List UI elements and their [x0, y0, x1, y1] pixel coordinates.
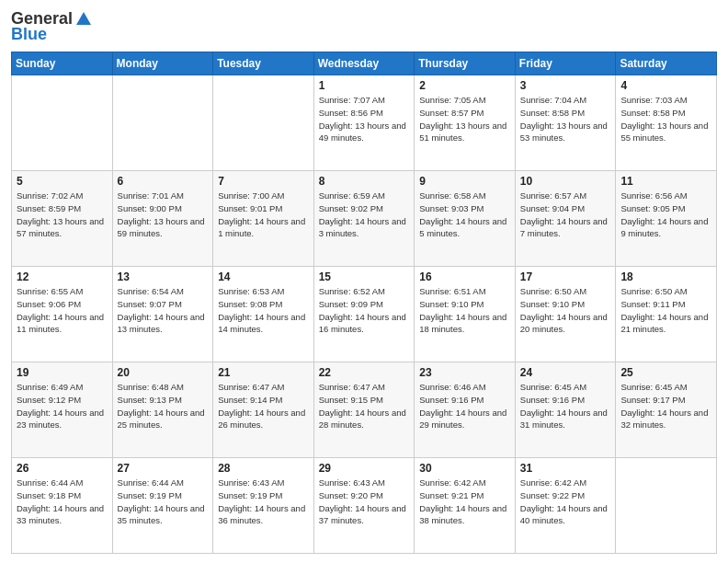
weekday-header-row: SundayMondayTuesdayWednesdayThursdayFrid… — [12, 52, 717, 75]
calendar-cell: 25Sunrise: 6:45 AMSunset: 9:17 PMDayligh… — [616, 362, 717, 458]
day-info: Sunrise: 7:00 AMSunset: 9:01 PMDaylight:… — [218, 190, 309, 240]
calendar-cell — [112, 75, 213, 171]
day-info: Sunrise: 7:05 AMSunset: 8:57 PMDaylight:… — [419, 94, 510, 144]
calendar-cell — [12, 75, 113, 171]
day-number: 22 — [319, 366, 410, 379]
calendar-cell — [616, 458, 717, 554]
day-number: 24 — [520, 366, 611, 379]
day-info: Sunrise: 6:47 AMSunset: 9:15 PMDaylight:… — [319, 381, 410, 431]
day-number: 17 — [520, 270, 611, 283]
weekday-header-monday: Monday — [112, 52, 213, 75]
day-number: 20 — [118, 366, 209, 379]
calendar-cell: 24Sunrise: 6:45 AMSunset: 9:16 PMDayligh… — [515, 362, 616, 458]
calendar-cell: 3Sunrise: 7:04 AMSunset: 8:58 PMDaylight… — [515, 75, 616, 171]
day-number: 2 — [419, 79, 510, 92]
calendar-cell: 23Sunrise: 6:46 AMSunset: 9:16 PMDayligh… — [415, 362, 516, 458]
calendar-cell: 27Sunrise: 6:44 AMSunset: 9:19 PMDayligh… — [112, 458, 213, 554]
calendar-cell: 5Sunrise: 7:02 AMSunset: 8:59 PMDaylight… — [12, 171, 113, 267]
day-info: Sunrise: 6:59 AMSunset: 9:02 PMDaylight:… — [319, 190, 410, 240]
day-info: Sunrise: 6:42 AMSunset: 9:22 PMDaylight:… — [520, 477, 611, 527]
day-number: 5 — [17, 175, 108, 188]
day-info: Sunrise: 7:01 AMSunset: 9:00 PMDaylight:… — [118, 190, 209, 240]
day-number: 15 — [319, 270, 410, 283]
day-info: Sunrise: 6:47 AMSunset: 9:14 PMDaylight:… — [218, 381, 309, 431]
calendar-cell: 14Sunrise: 6:53 AMSunset: 9:08 PMDayligh… — [213, 267, 314, 362]
day-number: 6 — [118, 175, 209, 188]
calendar-cell: 11Sunrise: 6:56 AMSunset: 9:05 PMDayligh… — [616, 171, 717, 267]
day-number: 1 — [319, 79, 410, 92]
day-number: 25 — [620, 366, 711, 379]
day-number: 18 — [620, 270, 711, 283]
day-number: 27 — [118, 462, 209, 475]
day-number: 26 — [17, 462, 108, 475]
calendar-cell: 2Sunrise: 7:05 AMSunset: 8:57 PMDaylight… — [415, 75, 516, 171]
day-info: Sunrise: 7:02 AMSunset: 8:59 PMDaylight:… — [17, 190, 108, 240]
day-info: Sunrise: 6:58 AMSunset: 9:03 PMDaylight:… — [419, 190, 510, 240]
day-info: Sunrise: 7:07 AMSunset: 8:56 PMDaylight:… — [319, 94, 410, 144]
day-info: Sunrise: 6:42 AMSunset: 9:21 PMDaylight:… — [419, 477, 510, 527]
day-number: 9 — [419, 175, 510, 188]
calendar-cell — [213, 75, 314, 171]
day-info: Sunrise: 6:45 AMSunset: 9:16 PMDaylight:… — [520, 381, 611, 431]
weekday-header-tuesday: Tuesday — [213, 52, 314, 75]
calendar-cell: 8Sunrise: 6:59 AMSunset: 9:02 PMDaylight… — [313, 171, 415, 267]
calendar-cell: 26Sunrise: 6:44 AMSunset: 9:18 PMDayligh… — [12, 458, 113, 554]
day-number: 14 — [218, 270, 309, 283]
day-info: Sunrise: 6:43 AMSunset: 9:19 PMDaylight:… — [218, 477, 309, 527]
day-number: 30 — [419, 462, 510, 475]
calendar-cell: 15Sunrise: 6:52 AMSunset: 9:09 PMDayligh… — [313, 267, 415, 362]
calendar-week-5: 26Sunrise: 6:44 AMSunset: 9:18 PMDayligh… — [12, 458, 717, 554]
calendar-cell: 4Sunrise: 7:03 AMSunset: 8:58 PMDaylight… — [616, 75, 717, 171]
calendar-cell: 16Sunrise: 6:51 AMSunset: 9:10 PMDayligh… — [415, 267, 516, 362]
day-info: Sunrise: 6:56 AMSunset: 9:05 PMDaylight:… — [620, 190, 711, 240]
calendar-cell: 9Sunrise: 6:58 AMSunset: 9:03 PMDaylight… — [415, 171, 516, 267]
day-info: Sunrise: 6:43 AMSunset: 9:20 PMDaylight:… — [319, 477, 410, 527]
day-info: Sunrise: 6:54 AMSunset: 9:07 PMDaylight:… — [118, 285, 209, 336]
day-number: 7 — [218, 175, 309, 188]
calendar-cell: 28Sunrise: 6:43 AMSunset: 9:19 PMDayligh… — [213, 458, 314, 554]
calendar-cell: 19Sunrise: 6:49 AMSunset: 9:12 PMDayligh… — [12, 362, 113, 458]
day-number: 8 — [319, 175, 410, 188]
day-number: 29 — [319, 462, 410, 475]
day-number: 21 — [218, 366, 309, 379]
day-number: 13 — [118, 270, 209, 283]
day-number: 31 — [520, 462, 611, 475]
day-number: 19 — [17, 366, 108, 379]
page: General Blue SundayMondayTuesdayWednesda… — [0, 0, 728, 563]
logo-blue: Blue — [11, 25, 47, 44]
header: General Blue — [11, 9, 717, 44]
calendar-cell: 18Sunrise: 6:50 AMSunset: 9:11 PMDayligh… — [616, 267, 717, 362]
calendar-week-3: 12Sunrise: 6:55 AMSunset: 9:06 PMDayligh… — [12, 267, 717, 362]
day-info: Sunrise: 7:04 AMSunset: 8:58 PMDaylight:… — [520, 94, 611, 144]
calendar-cell: 10Sunrise: 6:57 AMSunset: 9:04 PMDayligh… — [515, 171, 616, 267]
day-number: 28 — [218, 462, 309, 475]
calendar-cell: 20Sunrise: 6:48 AMSunset: 9:13 PMDayligh… — [112, 362, 213, 458]
calendar-cell: 12Sunrise: 6:55 AMSunset: 9:06 PMDayligh… — [12, 267, 113, 362]
calendar-cell: 1Sunrise: 7:07 AMSunset: 8:56 PMDaylight… — [313, 75, 415, 171]
calendar-cell: 7Sunrise: 7:00 AMSunset: 9:01 PMDaylight… — [213, 171, 314, 267]
calendar-table: SundayMondayTuesdayWednesdayThursdayFrid… — [11, 52, 717, 554]
weekday-header-wednesday: Wednesday — [313, 52, 415, 75]
logo: General Blue — [11, 9, 95, 44]
calendar-cell: 31Sunrise: 6:42 AMSunset: 9:22 PMDayligh… — [515, 458, 616, 554]
calendar-cell: 21Sunrise: 6:47 AMSunset: 9:14 PMDayligh… — [213, 362, 314, 458]
day-info: Sunrise: 6:51 AMSunset: 9:10 PMDaylight:… — [419, 285, 510, 336]
day-info: Sunrise: 6:57 AMSunset: 9:04 PMDaylight:… — [520, 190, 611, 240]
day-number: 11 — [620, 175, 711, 188]
weekday-header-sunday: Sunday — [12, 52, 113, 75]
day-info: Sunrise: 6:55 AMSunset: 9:06 PMDaylight:… — [17, 285, 108, 336]
day-number: 12 — [17, 270, 108, 283]
calendar-cell: 30Sunrise: 6:42 AMSunset: 9:21 PMDayligh… — [415, 458, 516, 554]
day-number: 23 — [419, 366, 510, 379]
day-info: Sunrise: 6:53 AMSunset: 9:08 PMDaylight:… — [218, 285, 309, 336]
day-info: Sunrise: 6:45 AMSunset: 9:17 PMDaylight:… — [620, 381, 711, 431]
day-info: Sunrise: 6:50 AMSunset: 9:10 PMDaylight:… — [520, 285, 611, 336]
weekday-header-saturday: Saturday — [616, 52, 717, 75]
day-info: Sunrise: 6:48 AMSunset: 9:13 PMDaylight:… — [118, 381, 209, 431]
day-info: Sunrise: 6:52 AMSunset: 9:09 PMDaylight:… — [319, 285, 410, 336]
day-info: Sunrise: 6:49 AMSunset: 9:12 PMDaylight:… — [17, 381, 108, 431]
day-number: 16 — [419, 270, 510, 283]
calendar-cell: 17Sunrise: 6:50 AMSunset: 9:10 PMDayligh… — [515, 267, 616, 362]
calendar-cell: 29Sunrise: 6:43 AMSunset: 9:20 PMDayligh… — [313, 458, 415, 554]
day-info: Sunrise: 7:03 AMSunset: 8:58 PMDaylight:… — [620, 94, 711, 144]
